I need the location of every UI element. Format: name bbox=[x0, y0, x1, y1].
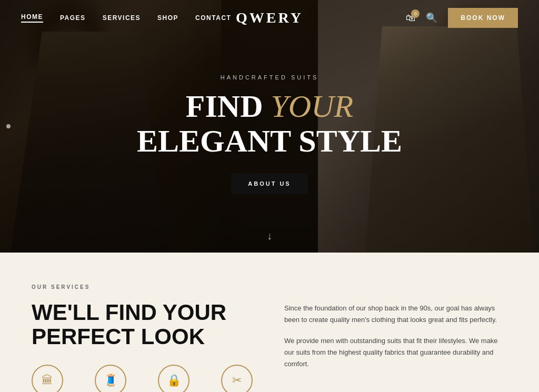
hero-title-your: YOUR bbox=[271, 89, 353, 124]
services-heading: WE'LL FIND YOUR PERFECT LOOK bbox=[32, 300, 253, 349]
hero-title-find: FIND bbox=[186, 89, 271, 124]
icon-item-1: 🏛 bbox=[32, 365, 63, 392]
icon-custom: ✂ bbox=[221, 365, 253, 392]
services-content: WE'LL FIND YOUR PERFECT LOOK 🏛 🧵 🔒 ✂ bbox=[32, 300, 507, 392]
cart-badge: 0 bbox=[411, 9, 420, 18]
navbar: HOME PAGES SERVICES SHOP CONTACT QWERY 🛍… bbox=[0, 0, 539, 36]
services-section: OUR SERVICES WE'LL FIND YOUR PERFECT LOO… bbox=[0, 253, 539, 392]
book-now-button[interactable]: BOOK NOW bbox=[448, 8, 518, 28]
nav-link-home[interactable]: HOME bbox=[21, 13, 43, 23]
hero-content: HANDCRAFTED SUITS FIND YOUR ELEGANT STYL… bbox=[0, 0, 539, 253]
icon-fabric: 🧵 bbox=[95, 365, 126, 392]
services-label: OUR SERVICES bbox=[32, 284, 507, 290]
services-right: Since the foundation of our shop back in… bbox=[284, 300, 507, 379]
icon-tailoring: 🏛 bbox=[32, 365, 63, 392]
services-para-2: We provide men with outstanding suits th… bbox=[284, 335, 507, 370]
hero-title-line2: ELEGANT STYLE bbox=[137, 124, 402, 158]
scroll-arrow[interactable]: ↓ bbox=[267, 230, 272, 242]
services-para-1: Since the foundation of our shop back in… bbox=[284, 303, 507, 326]
icon-item-3: 🔒 bbox=[158, 365, 189, 392]
hero-subtitle: HANDCRAFTED SUITS bbox=[221, 74, 319, 81]
nav-actions: 🛍 0 🔍 BOOK NOW bbox=[406, 8, 518, 28]
hero-section: HANDCRAFTED SUITS FIND YOUR ELEGANT STYL… bbox=[0, 0, 539, 253]
nav-link-services[interactable]: SERVICES bbox=[103, 14, 141, 22]
about-us-button[interactable]: ABOUT US bbox=[231, 173, 307, 194]
icon-item-4: ✂ bbox=[221, 365, 253, 392]
slide-dot[interactable] bbox=[6, 124, 11, 128]
icon-row: 🏛 🧵 🔒 ✂ bbox=[32, 365, 253, 392]
nav-link-shop[interactable]: SHOP bbox=[157, 14, 178, 22]
cart-button[interactable]: 🛍 0 bbox=[406, 13, 415, 24]
nav-link-pages[interactable]: PAGES bbox=[60, 14, 86, 22]
icon-item-2: 🧵 bbox=[95, 365, 126, 392]
logo[interactable]: QWERY bbox=[236, 9, 303, 26]
hero-title: FIND YOUR ELEGANT STYLE bbox=[137, 89, 402, 158]
nav-links: HOME PAGES SERVICES SHOP CONTACT bbox=[21, 13, 231, 23]
services-left: WE'LL FIND YOUR PERFECT LOOK 🏛 🧵 🔒 ✂ bbox=[32, 300, 253, 392]
nav-link-contact[interactable]: CONTACT bbox=[195, 14, 231, 22]
icon-quality: 🔒 bbox=[158, 365, 189, 392]
search-icon[interactable]: 🔍 bbox=[426, 12, 437, 24]
